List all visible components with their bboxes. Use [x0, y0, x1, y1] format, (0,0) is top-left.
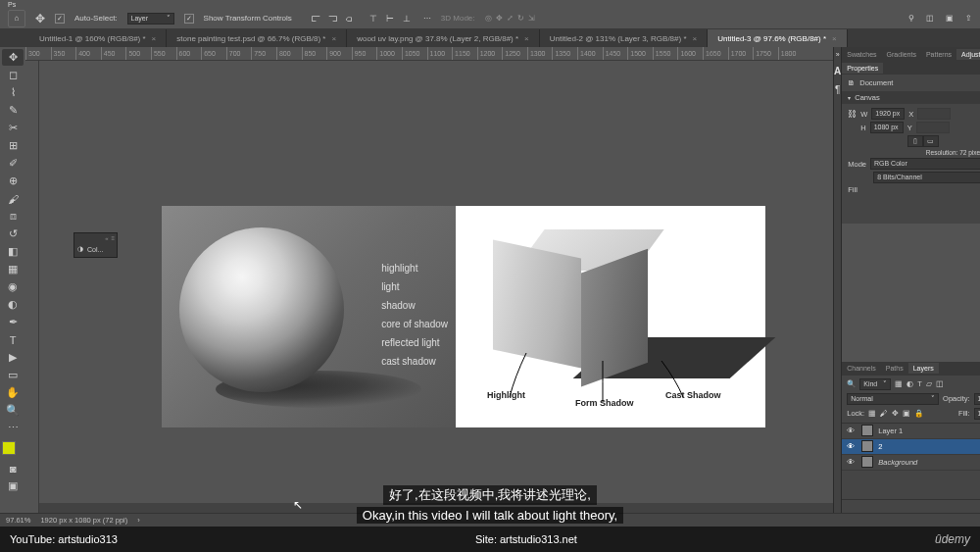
opacity-field[interactable]: 100%: [974, 393, 980, 405]
history-brush-tool[interactable]: ↺: [2, 226, 24, 242]
screen-mode-icon[interactable]: ▣: [2, 477, 24, 494]
cloud-docs-icon[interactable]: ◫: [926, 14, 934, 23]
tab-properties[interactable]: Properties: [842, 63, 883, 74]
lock-position-icon[interactable]: ✥: [892, 409, 899, 418]
collapse-icon[interactable]: «: [105, 235, 108, 243]
visibility-icon[interactable]: 👁: [847, 458, 857, 467]
search-icon[interactable]: ⚲: [908, 14, 914, 23]
visibility-icon[interactable]: 👁: [847, 442, 857, 451]
link-wh-icon[interactable]: ⛓: [848, 109, 857, 119]
tab-gradients[interactable]: Gradients: [882, 49, 921, 60]
x-field[interactable]: [917, 108, 951, 120]
pan-3d-icon[interactable]: ✥: [496, 14, 503, 23]
blend-mode-dropdown[interactable]: Normal˅: [847, 393, 939, 405]
layer-thumbnail[interactable]: [861, 425, 873, 436]
shape-tool[interactable]: ▭: [2, 367, 24, 383]
color-mode-dropdown[interactable]: RGB Color˅: [870, 158, 980, 170]
workspace-icon[interactable]: ▣: [946, 14, 954, 23]
character-panel-icon[interactable]: A: [834, 66, 841, 76]
orientation-portrait[interactable]: ▯: [907, 135, 923, 147]
quick-select-tool[interactable]: ✎: [2, 102, 24, 119]
frame-tool[interactable]: ⊞: [2, 137, 24, 154]
show-transform-checkbox[interactable]: ✓: [184, 14, 194, 24]
color-swatches[interactable]: [2, 437, 24, 459]
tab-doc-1[interactable]: Untitled-1 @ 160% (RGB/8#) *×: [29, 29, 167, 47]
lasso-tool[interactable]: ⌇: [2, 84, 24, 101]
clone-tool[interactable]: ⧈: [2, 208, 24, 225]
brush-tool[interactable]: 🖌: [2, 190, 24, 207]
more-align-icon[interactable]: ⋯: [423, 14, 431, 23]
ruler-horizontal[interactable]: 3003504004505005506006507007508008509009…: [25, 47, 833, 61]
tab-doc-5[interactable]: Untitled-3 @ 97.6% (RGB/8#) *×: [708, 29, 848, 47]
home-button[interactable]: ⌂: [8, 10, 25, 27]
filter-adjust-icon[interactable]: ◐: [906, 379, 913, 388]
auto-select-dropdown[interactable]: Layer˅: [127, 13, 174, 25]
align-center-v-icon[interactable]: ⊢: [383, 12, 397, 25]
pen-tool[interactable]: ✒: [2, 314, 24, 330]
edit-toolbar-icon[interactable]: ⋯: [2, 420, 24, 436]
filter-kind-dropdown[interactable]: Kind˅: [859, 378, 891, 390]
canvas-section-header[interactable]: ▾Canvas: [842, 91, 980, 104]
width-field[interactable]: 1920 px: [871, 108, 905, 120]
fill-opacity-field[interactable]: 100%: [974, 408, 980, 420]
visibility-icon[interactable]: 👁: [847, 427, 857, 435]
collapse-toggle-icon[interactable]: »: [836, 51, 840, 58]
color-mini-panel[interactable]: «≡ ◑Col...: [74, 232, 118, 258]
lock-pixels-icon[interactable]: 🖌: [880, 409, 888, 418]
filter-shape-icon[interactable]: ▱: [926, 379, 932, 388]
lock-artboard-icon[interactable]: ▣: [903, 409, 910, 418]
tab-doc-4[interactable]: Untitled-2 @ 131% (Layer 3, RGB/8#) *×: [540, 29, 708, 47]
align-right-icon[interactable]: ⫏: [343, 12, 357, 25]
filter-smart-icon[interactable]: ◫: [936, 379, 944, 388]
layer-item[interactable]: 👁Background🔒: [842, 455, 980, 471]
eyedropper-tool[interactable]: ✐: [2, 155, 24, 172]
ruler-vertical[interactable]: [25, 61, 39, 513]
tab-doc-3[interactable]: wood uv lay.png @ 37.8% (Layer 2, RGB/8#…: [347, 29, 540, 47]
lock-transparency-icon[interactable]: ▦: [868, 409, 876, 418]
chevron-right-icon[interactable]: ›: [137, 516, 140, 525]
align-left-icon[interactable]: ⫍: [310, 12, 323, 25]
layer-name[interactable]: 2: [878, 442, 882, 451]
path-select-tool[interactable]: ▶: [2, 349, 24, 366]
hand-tool[interactable]: ✋: [2, 384, 24, 401]
bit-depth-dropdown[interactable]: 8 Bits/Channel˅: [873, 172, 980, 183]
tab-layers[interactable]: Layers: [908, 363, 939, 374]
tab-channels[interactable]: Channels: [842, 363, 881, 374]
close-icon[interactable]: ×: [693, 34, 698, 43]
filter-type-icon[interactable]: T: [917, 379, 922, 388]
layer-name[interactable]: Background: [878, 458, 917, 467]
tab-paths[interactable]: Paths: [881, 363, 908, 374]
height-field[interactable]: 1080 px: [870, 122, 904, 133]
orientation-landscape[interactable]: ▭: [923, 135, 939, 147]
artboard[interactable]: highlight light shadow core of shadow re…: [162, 206, 765, 427]
filter-pixel-icon[interactable]: ▦: [895, 379, 903, 388]
rotate-3d-icon[interactable]: ↻: [517, 14, 524, 23]
horizontal-scrollbar[interactable]: [39, 503, 833, 513]
auto-select-checkbox[interactable]: ✓: [55, 14, 65, 24]
doc-info[interactable]: 1920 px x 1080 px (72 ppi): [40, 516, 127, 525]
paragraph-panel-icon[interactable]: ¶: [835, 84, 840, 95]
healing-tool[interactable]: ⊕: [2, 173, 24, 189]
align-top-icon[interactable]: ⊤: [367, 12, 380, 25]
scale-3d-icon[interactable]: ⇲: [528, 14, 535, 23]
close-icon[interactable]: ×: [331, 34, 336, 43]
close-icon[interactable]: ×: [524, 34, 529, 43]
layer-item[interactable]: 👁Layer 1: [842, 424, 980, 439]
marquee-tool[interactable]: ◻: [2, 67, 24, 83]
close-icon[interactable]: ×: [832, 34, 837, 43]
eraser-tool[interactable]: ◧: [2, 243, 24, 260]
quick-mask-icon[interactable]: ◙: [2, 460, 24, 477]
tab-adjustments[interactable]: Adjustments: [956, 49, 980, 60]
crop-tool[interactable]: ✂: [2, 120, 24, 136]
move-tool[interactable]: ✥: [2, 49, 24, 66]
tab-patterns[interactable]: Patterns: [921, 49, 956, 60]
y-field[interactable]: [916, 122, 950, 133]
zoom-level[interactable]: 97.61%: [6, 516, 30, 525]
tab-swatches[interactable]: Swatches: [842, 49, 881, 60]
close-icon[interactable]: ×: [152, 34, 157, 43]
share-icon[interactable]: ⇪: [965, 14, 972, 23]
orbit-3d-icon[interactable]: ◎: [485, 14, 492, 23]
tab-doc-2[interactable]: stone painting test.psd @ 66.7% (RGB/8) …: [167, 29, 347, 47]
layer-thumbnail[interactable]: [861, 440, 873, 452]
foreground-color[interactable]: [2, 441, 16, 455]
